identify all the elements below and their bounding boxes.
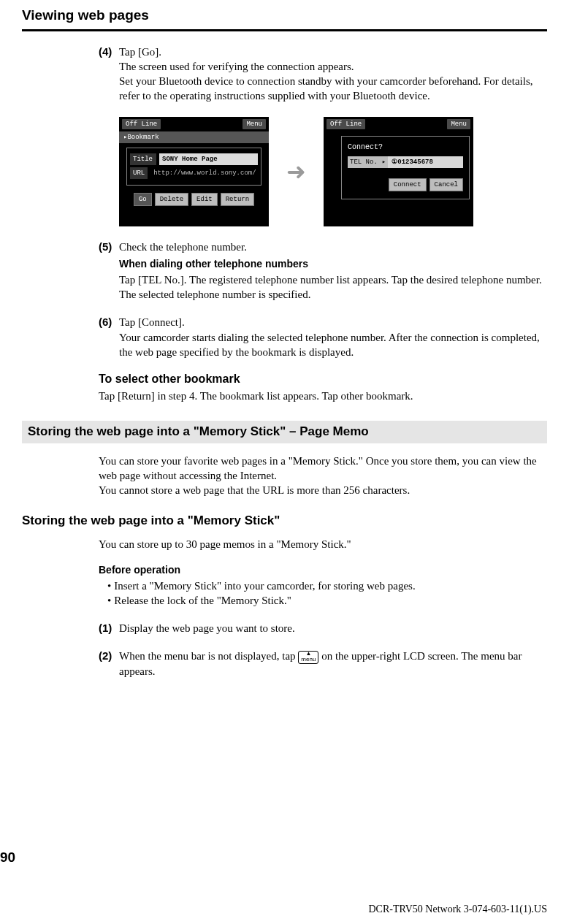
title-row: Title SONY Home Page: [130, 153, 258, 165]
arrow-right-icon: ➜: [286, 160, 306, 183]
step-4: (4) Tap [Go]. The screen used for verify…: [99, 45, 547, 104]
section-intro: You can store your favorite web pages in…: [99, 454, 547, 498]
step-b2: (2) When the menu bar is not displayed, …: [99, 649, 547, 679]
tel-row: TEL No. ▸ ①012345678: [348, 156, 463, 168]
body: (4) Tap [Go]. The screen used for verify…: [99, 45, 547, 403]
lcd-bookmark-screen: Off Line Menu ▸Bookmark Title SONY Home …: [119, 117, 269, 226]
step4-line3: Set your Bluetooth device to connection …: [119, 75, 533, 102]
connect-q: Connect?: [348, 142, 463, 153]
step4-line1: Tap [Go].: [119, 46, 161, 58]
step5-line2: Tap [TEL No.]. The registered telephone …: [119, 274, 542, 300]
step-num-b2: (2): [99, 649, 119, 679]
step-4-text: Tap [Go]. The screen used for verifying …: [119, 45, 547, 104]
step5-subhead: When dialing other telephone numbers: [119, 257, 547, 271]
step-b1: (1) Display the web page you want to sto…: [99, 621, 547, 635]
menu-chip: Menu: [243, 119, 266, 129]
step-6-text: Tap [Connect]. Your camcorder starts dia…: [119, 315, 547, 359]
step5-line1: Check the telephone number.: [119, 241, 247, 253]
bookmark-buttons: Go Delete Edit Return: [119, 193, 269, 206]
bookmark-box: Title SONY Home Page URL http://www.worl…: [126, 148, 261, 186]
lcd2-top-bar: Off Line Menu: [324, 117, 473, 131]
intro-line2: You cannot store a web page that the URL…: [99, 484, 410, 496]
chapter-title: Viewing web pages: [22, 6, 547, 25]
bullet-1: Insert a "Memory Stick" into your camcor…: [107, 579, 547, 593]
connect-button: Connect: [389, 178, 427, 191]
dialog-buttons: Connect Cancel: [348, 178, 463, 191]
step-num-5: (5): [99, 240, 119, 302]
select-other-text: Tap [Return] in step 4. The bookmark lis…: [99, 389, 547, 403]
step-num-b1: (1): [99, 621, 119, 635]
step6-line1: Tap [Connect].: [119, 316, 185, 328]
go-button: Go: [134, 193, 152, 206]
limit-text: You can store up to 30 page memos in a "…: [99, 537, 547, 551]
step-6: (6) Tap [Connect]. Your camcorder starts…: [99, 315, 547, 359]
connect-dialog: Connect? TEL No. ▸ ①012345678 Connect Ca…: [341, 136, 470, 200]
status-offline: Off Line: [122, 119, 161, 129]
step-5-text: Check the telephone number. When dialing…: [119, 240, 547, 302]
cancel-button: Cancel: [429, 178, 463, 191]
before-op-heading: Before operation: [99, 563, 547, 577]
menu-chip-2: Menu: [447, 119, 470, 129]
page-number: 90: [0, 848, 15, 867]
title-value: SONY Home Page: [159, 153, 258, 165]
step6-line2: Your camcorder starts dialing the select…: [119, 332, 540, 358]
step-b1-text: Display the web page you want to store.: [119, 621, 547, 635]
edit-button: Edit: [191, 193, 218, 206]
step4-line2: The screen used for verifying the connec…: [119, 61, 354, 72]
bullet-2: Release the lock of the "Memory Stick.": [107, 593, 547, 608]
storing-body: You can store up to 30 page memos in a "…: [99, 537, 547, 679]
url-label: URL: [130, 167, 148, 179]
step-b2-text-a: When the menu bar is not displayed, tap: [119, 650, 298, 662]
return-button: Return: [221, 193, 254, 206]
select-other-heading: To select other bookmark: [99, 371, 547, 387]
step-num-4: (4): [99, 45, 119, 104]
title-rule: [22, 29, 547, 31]
step-b2-text: When the menu bar is not displayed, tap …: [119, 649, 547, 679]
title-label: Title: [130, 153, 156, 165]
page: Viewing web pages (4) Tap [Go]. The scre…: [0, 0, 569, 924]
step-5: (5) Check the telephone number. When dia…: [99, 240, 547, 302]
before-op-list: Insert a "Memory Stick" into your camcor…: [99, 579, 547, 608]
delete-button: Delete: [155, 193, 188, 206]
lcd-figures: Off Line Menu ▸Bookmark Title SONY Home …: [119, 117, 547, 226]
footer: DCR-TRV50 Network 3-074-603-11(1).US: [368, 903, 547, 917]
section-bar-page-memo: Storing the web page into a "Memory Stic…: [22, 421, 547, 443]
bookmark-header: ▸Bookmark: [119, 131, 269, 143]
tel-arrow-icon: ▸: [380, 156, 388, 168]
lcd-connect-screen: Off Line Menu Connect? TEL No. ▸ ①012345…: [324, 117, 473, 226]
intro-line1: You can store your favorite web pages in…: [99, 455, 537, 481]
status-offline-2: Off Line: [326, 119, 365, 129]
tel-label: TEL No.: [348, 156, 380, 168]
menu-chip-label: menu: [301, 656, 316, 663]
url-row: URL http://www.world.sony.com/: [130, 167, 258, 179]
storing-subhead: Storing the web page into a "Memory Stic…: [22, 513, 547, 530]
lcd-top-bar: Off Line Menu: [119, 117, 269, 131]
menu-chip-icon: ▲ menu: [298, 651, 318, 664]
step-num-6: (6): [99, 315, 119, 359]
url-value: http://www.world.sony.com/: [150, 167, 259, 179]
tel-value: ①012345678: [388, 156, 463, 168]
